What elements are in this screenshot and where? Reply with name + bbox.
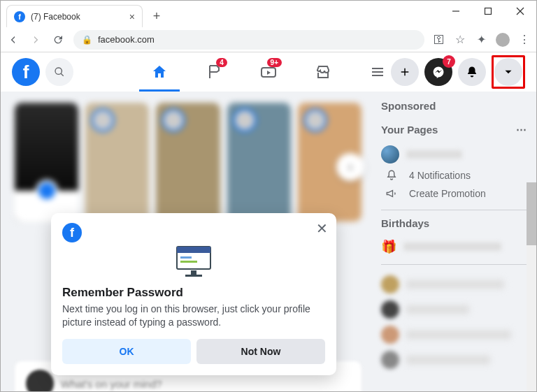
composer-prompt: What's on your mind?: [61, 378, 162, 390]
scrollbar[interactable]: [527, 182, 536, 392]
facebook-header: f 4 9+ 7: [1, 52, 536, 92]
nav-pages[interactable]: 4: [189, 52, 238, 92]
story-card[interactable]: [85, 103, 149, 222]
bookmark-star-icon[interactable]: ☆: [454, 34, 466, 46]
contact-item[interactable]: [381, 297, 527, 322]
address-bar[interactable]: 🔒 facebook.com: [73, 30, 424, 50]
birthday-text-blurred: [403, 242, 501, 251]
svg-rect-6: [177, 247, 210, 253]
story-card[interactable]: [156, 103, 220, 222]
birthday-item[interactable]: 🎁: [381, 236, 527, 257]
url-text: facebook.com: [98, 34, 155, 45]
notifications-button[interactable]: [458, 58, 486, 86]
svg-rect-1: [485, 8, 492, 15]
scrollbar-thumb[interactable]: [527, 182, 536, 245]
contact-item[interactable]: [381, 322, 527, 347]
account-dropdown-highlight: [492, 55, 525, 89]
composer-avatar: [26, 370, 54, 392]
your-pages-heading: Your Pages: [381, 124, 438, 136]
remember-password-dialog: ✕ f Remember Password Next time you log …: [51, 213, 336, 375]
new-tab-button[interactable]: +: [147, 6, 166, 26]
facebook-logo-small: f: [62, 223, 82, 242]
gift-icon: 🎁: [381, 239, 396, 254]
svg-rect-9: [191, 270, 196, 275]
page-name-blurred: [406, 150, 462, 159]
create-button[interactable]: [391, 58, 419, 86]
create-story-card[interactable]: [15, 103, 78, 222]
dialog-ok-button[interactable]: OK: [62, 339, 191, 364]
account-dropdown-button[interactable]: [494, 58, 522, 86]
close-tab-icon[interactable]: ×: [129, 11, 135, 22]
page-item[interactable]: [381, 143, 527, 166]
contact-item[interactable]: [381, 347, 527, 372]
nav-marketplace[interactable]: [299, 52, 348, 92]
right-column: Sponsored Your Pages ⋯ 4 Notifications C…: [375, 92, 536, 392]
browser-menu-icon[interactable]: ⋮: [518, 34, 531, 46]
reload-button[interactable]: [51, 33, 65, 47]
messenger-badge: 7: [443, 55, 455, 68]
facebook-logo[interactable]: f: [12, 58, 40, 86]
stories-row: ›: [15, 103, 361, 222]
story-card[interactable]: [227, 103, 291, 222]
svg-rect-8: [180, 261, 197, 263]
profile-avatar[interactable]: [496, 33, 510, 47]
window-titlebar: f (7) Facebook × +: [1, 1, 536, 27]
browser-toolbar: 🔒 facebook.com ⚿ ☆ ✦ ⋮: [1, 27, 536, 52]
messenger-button[interactable]: 7: [424, 58, 452, 86]
dialog-title: Remember Password: [62, 286, 325, 300]
contact-item[interactable]: [381, 272, 527, 297]
birthdays-heading: Birthdays: [381, 217, 527, 229]
nav-home[interactable]: [135, 52, 184, 92]
svg-rect-7: [180, 256, 192, 259]
search-button[interactable]: [45, 58, 73, 86]
page-notifications-link[interactable]: 4 Notifications: [381, 166, 527, 184]
monitor-icon: [62, 245, 325, 279]
sponsored-heading: Sponsored: [381, 100, 527, 112]
window-close-button[interactable]: [504, 1, 536, 22]
nav-watch[interactable]: 9+: [244, 52, 293, 92]
dialog-notnow-button[interactable]: Not Now: [196, 339, 325, 364]
window-maximize-button[interactable]: [472, 1, 504, 22]
browser-tab[interactable]: f (7) Facebook ×: [6, 5, 143, 27]
password-key-icon[interactable]: ⚿: [433, 34, 445, 46]
forward-button[interactable]: [29, 33, 43, 47]
page-notifications-text: 4 Notifications: [409, 170, 471, 181]
watch-badge: 9+: [267, 58, 282, 67]
svg-rect-10: [185, 275, 202, 277]
pages-badge: 4: [216, 58, 227, 67]
back-button[interactable]: [6, 33, 20, 47]
dialog-body: Next time you log in on this browser, ju…: [62, 303, 325, 329]
bell-icon: [385, 169, 398, 182]
create-promotion-text: Create Promotion: [409, 188, 486, 199]
stories-next-button[interactable]: ›: [336, 153, 364, 181]
tab-title: (7) Facebook: [31, 12, 124, 22]
your-pages-menu-icon[interactable]: ⋯: [516, 123, 527, 136]
facebook-favicon: f: [14, 11, 25, 22]
extensions-icon[interactable]: ✦: [475, 34, 487, 46]
create-promotion-link[interactable]: Create Promotion: [381, 184, 527, 203]
dialog-close-button[interactable]: ✕: [316, 220, 328, 237]
megaphone-icon: [385, 187, 398, 200]
window-minimize-button[interactable]: [440, 1, 472, 22]
lock-icon: 🔒: [82, 35, 92, 45]
page-avatar: [381, 145, 399, 164]
